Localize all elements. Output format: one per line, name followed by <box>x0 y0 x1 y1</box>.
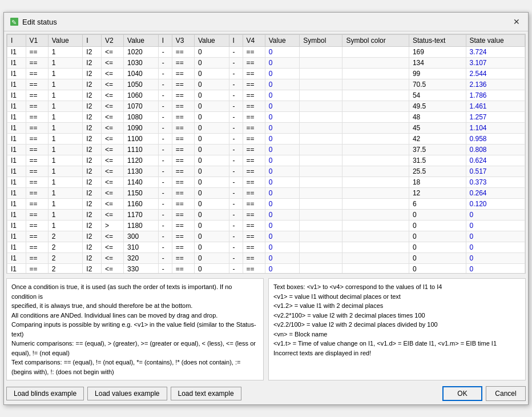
table-cell: 1150 <box>124 188 159 199</box>
table-cell: - <box>229 112 243 123</box>
close-button[interactable]: ✕ <box>511 16 522 27</box>
table-cell: == <box>243 199 265 210</box>
table-cell: <= <box>101 253 123 264</box>
table-cell <box>300 123 342 134</box>
table-cell: I1 <box>7 231 26 242</box>
table-cell: <= <box>101 123 123 134</box>
info-left-line: Text comparisons: == (equal), != (not eq… <box>11 358 259 376</box>
table-cell: 0.264 <box>466 188 525 199</box>
table-row[interactable]: I1==1I2<=1060-==0-==0541.786 <box>7 90 525 101</box>
table-header: Symbol <box>300 35 342 47</box>
table-cell: - <box>158 210 172 220</box>
table-cell: 1 <box>48 220 83 231</box>
table-cell: == <box>26 210 48 220</box>
table-cell: == <box>172 145 194 155</box>
table-cell: 1 <box>48 79 83 90</box>
load-blinds-button[interactable]: Load blinds example <box>6 387 84 400</box>
table-row[interactable]: I1==2I2<=300-==0-==000 <box>7 231 525 242</box>
table-cell: == <box>172 199 194 210</box>
table-cell: I1 <box>7 253 26 264</box>
table-cell: 0 <box>265 47 300 58</box>
table-cell <box>300 58 342 69</box>
table-row[interactable]: I1==1I2<=1050-==0-==070.52.136 <box>7 79 525 90</box>
table-cell: I2 <box>83 134 102 145</box>
table-row[interactable]: I1==1I2<=1020-==0-==01693.724 <box>7 47 525 58</box>
table-cell <box>342 199 409 210</box>
table-cell: == <box>243 145 265 155</box>
cancel-button[interactable]: Cancel <box>486 386 526 401</box>
table-header: Value <box>48 35 83 47</box>
table-cell: == <box>172 166 194 177</box>
table-cell: 45 <box>409 123 466 134</box>
table-cell: > <box>101 220 123 231</box>
table-cell: == <box>26 101 48 112</box>
table-cell: <= <box>101 264 123 274</box>
table-cell: == <box>26 188 48 199</box>
table-cell: <= <box>101 242 123 253</box>
load-text-button[interactable]: Load text example <box>171 387 241 400</box>
info-right-line: <v1> = value I1 without decimal places o… <box>273 292 521 302</box>
table-row[interactable]: I1==1I2<=1040-==0-==0992.544 <box>7 69 525 79</box>
table-cell: 1 <box>48 210 83 220</box>
table-cell: 49.5 <box>409 101 466 112</box>
table-cell: 1080 <box>124 112 159 123</box>
dialog-title: Edit status <box>22 18 57 26</box>
table-row[interactable]: I1==1I2<=1110-==0-==037.50.808 <box>7 145 525 155</box>
table-cell: I2 <box>83 90 102 101</box>
table-row[interactable]: I1==2I2<=330-==0-==000 <box>7 264 525 274</box>
info-left-line: Numeric comparisons: == (equal), > (grea… <box>11 339 259 348</box>
table-row[interactable]: I1==1I2<=1150-==0-==0120.264 <box>7 188 525 199</box>
svg-text:✎: ✎ <box>11 19 17 26</box>
load-values-button[interactable]: Load values example <box>87 387 167 400</box>
table-row[interactable]: I1==1I2<=1130-==0-==025.50.517 <box>7 166 525 177</box>
table-cell: 320 <box>124 253 159 264</box>
table-row[interactable]: I1==1I2<=1160-==0-==060.120 <box>7 199 525 210</box>
table-row[interactable]: I1==1I2<=1170-==0-==000 <box>7 210 525 220</box>
table-cell <box>300 220 342 231</box>
table-cell: 48 <box>409 112 466 123</box>
table-cell: 0 <box>265 155 300 166</box>
table-row[interactable]: I1==1I2<=1080-==0-==0481.257 <box>7 112 525 123</box>
table-cell: 1 <box>48 69 83 79</box>
table-cell: == <box>172 101 194 112</box>
table-cell: 0 <box>265 134 300 145</box>
table-cell <box>342 134 409 145</box>
info-left-line: Comparing inputs is possible by writing … <box>11 320 259 339</box>
table-row[interactable]: I1==1I2<=1030-==0-==01343.107 <box>7 58 525 69</box>
table-header: Status-text <box>409 35 466 47</box>
table-cell <box>300 199 342 210</box>
table-cell: - <box>229 231 243 242</box>
table-row[interactable]: I1==2I2<=320-==0-==000 <box>7 253 525 264</box>
table-row[interactable]: I1==1I2<=1090-==0-==0451.104 <box>7 123 525 134</box>
table-cell: == <box>26 199 48 210</box>
table-cell: I1 <box>7 210 26 220</box>
table-row[interactable]: I1==1I2>1180-==0-==000 <box>7 220 525 231</box>
table-cell: I1 <box>7 177 26 188</box>
table-cell: - <box>229 79 243 90</box>
table-cell: I2 <box>83 166 102 177</box>
table-row[interactable]: I1==1I2<=1140-==0-==0180.373 <box>7 177 525 188</box>
table-header: Value <box>124 35 159 47</box>
table-cell: 1.257 <box>466 112 525 123</box>
table-cell: 0.808 <box>466 145 525 155</box>
table-cell: 0 <box>466 253 525 264</box>
table-cell: == <box>172 79 194 90</box>
table-cell: 0 <box>194 242 229 253</box>
table-row[interactable]: I1==1I2<=1100-==0-==0420.958 <box>7 134 525 145</box>
table-cell: I2 <box>83 47 102 58</box>
table-cell: == <box>243 101 265 112</box>
table-row[interactable]: I1==1I2<=1120-==0-==031.50.624 <box>7 155 525 166</box>
table-cell: == <box>243 123 265 134</box>
table-cell: 1 <box>48 166 83 177</box>
table-cell: 300 <box>124 231 159 242</box>
table-cell: - <box>229 47 243 58</box>
data-table-container[interactable]: IV1ValueIV2ValueIV3ValueIV4ValueSymbolSy… <box>6 34 526 274</box>
ok-button[interactable]: OK <box>442 386 482 401</box>
table-row[interactable]: I1==1I2<=1070-==0-==049.51.461 <box>7 101 525 112</box>
table-cell: 169 <box>409 47 466 58</box>
table-cell: 0.624 <box>466 155 525 166</box>
info-right-line: <v2.2*100> = value I2 with 2 decimal pla… <box>273 311 521 320</box>
info-left-line: specified, it is always true, and should… <box>11 301 259 311</box>
table-row[interactable]: I1==2I2<=310-==0-==000 <box>7 242 525 253</box>
table-cell: == <box>172 90 194 101</box>
